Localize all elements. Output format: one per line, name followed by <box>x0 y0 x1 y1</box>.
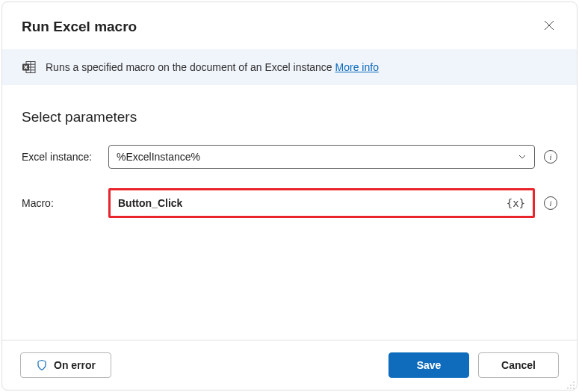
svg-point-9 <box>573 388 575 389</box>
chevron-down-icon <box>518 152 527 161</box>
svg-point-8 <box>570 385 572 386</box>
dialog-title: Run Excel macro <box>22 19 137 35</box>
content-area: Select parameters Excel instance: %Excel… <box>2 85 577 340</box>
excel-instance-select[interactable]: %ExcelInstance% <box>108 145 535 169</box>
section-title: Select parameters <box>22 109 557 125</box>
field-row-macro: Macro: Button_Click {x} i <box>22 188 557 218</box>
close-button[interactable] <box>541 17 557 36</box>
cancel-button[interactable]: Cancel <box>478 352 559 378</box>
field-row-excel-instance: Excel instance: %ExcelInstance% i <box>22 145 557 169</box>
dialog-container: Run Excel macro Runs a specified macro o… <box>1 1 578 391</box>
info-bar: Runs a specified macro on the document o… <box>2 49 577 85</box>
excel-instance-info-icon[interactable]: i <box>544 150 557 164</box>
svg-point-10 <box>570 388 572 389</box>
macro-label: Macro: <box>22 197 98 209</box>
resize-handle[interactable] <box>566 379 575 388</box>
svg-point-6 <box>573 382 575 383</box>
excel-instance-label: Excel instance: <box>22 151 98 163</box>
variable-icon[interactable]: {x} <box>507 197 525 209</box>
more-info-link[interactable]: More info <box>335 61 379 73</box>
macro-info-icon[interactable]: i <box>544 196 557 210</box>
close-icon <box>544 20 554 31</box>
info-text: Runs a specified macro on the document o… <box>46 61 379 73</box>
dialog-footer: On error Save Cancel <box>2 340 577 390</box>
svg-point-7 <box>573 385 575 386</box>
on-error-button[interactable]: On error <box>20 352 111 378</box>
svg-point-11 <box>567 388 569 389</box>
shield-icon <box>36 359 48 371</box>
save-button[interactable]: Save <box>388 352 469 378</box>
dialog-header: Run Excel macro <box>2 2 577 49</box>
macro-input[interactable]: Button_Click {x} <box>108 188 535 218</box>
macro-value: Button_Click <box>118 197 182 209</box>
excel-icon <box>22 60 37 75</box>
excel-instance-value: %ExcelInstance% <box>117 151 200 163</box>
